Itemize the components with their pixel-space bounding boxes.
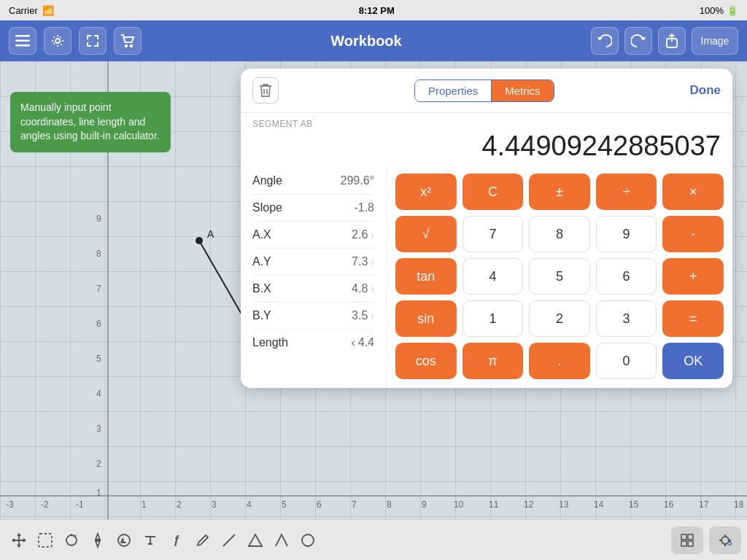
calc-sqrt[interactable]: √ bbox=[395, 216, 457, 252]
svg-rect-54 bbox=[688, 534, 693, 540]
calc-minus[interactable]: - bbox=[662, 216, 724, 252]
menu-button[interactable] bbox=[9, 27, 36, 55]
prop-row-ay[interactable]: A.Y 7.3 › bbox=[252, 249, 374, 276]
tool-circle[interactable] bbox=[295, 527, 321, 553]
svg-line-51 bbox=[223, 534, 235, 546]
svg-text:11: 11 bbox=[489, 499, 499, 510]
svg-text:A: A bbox=[207, 228, 214, 240]
snap-button[interactable] bbox=[709, 526, 741, 554]
nav-left bbox=[9, 27, 142, 55]
calc-x2[interactable]: x² bbox=[395, 174, 457, 210]
svg-text:5: 5 bbox=[282, 499, 287, 510]
svg-point-52 bbox=[302, 534, 314, 546]
tab-properties[interactable]: Properties bbox=[415, 80, 492, 101]
nav-right: Image bbox=[591, 27, 738, 55]
property-list: Angle 299.6° Slope -1.8 A.X bbox=[241, 168, 387, 388]
calc-dot[interactable]: . bbox=[529, 343, 590, 379]
tool-triangle2[interactable] bbox=[268, 527, 295, 553]
tool-line[interactable] bbox=[216, 527, 242, 553]
ax-arrow: › bbox=[371, 229, 374, 241]
redo-button[interactable] bbox=[624, 27, 652, 55]
tool-triangle[interactable] bbox=[242, 527, 268, 553]
calc-3[interactable]: 3 bbox=[596, 300, 657, 337]
prop-row-by[interactable]: B.Y 3.5 › bbox=[252, 303, 374, 330]
calc-pi[interactable]: π bbox=[462, 343, 524, 379]
calc-clear[interactable]: C bbox=[462, 174, 524, 210]
svg-rect-55 bbox=[681, 541, 686, 546]
calc-ok[interactable]: OK bbox=[662, 343, 724, 379]
svg-text:2: 2 bbox=[96, 459, 101, 469]
ax-label: A.X bbox=[252, 228, 271, 241]
calc-9[interactable]: 9 bbox=[596, 216, 657, 252]
angle-label: Angle bbox=[252, 174, 282, 187]
done-button[interactable]: Done bbox=[690, 83, 721, 98]
carrier-label: Carrier bbox=[9, 5, 38, 16]
bottom-toolbar: ƒ bbox=[0, 519, 747, 560]
calc-plus[interactable]: + bbox=[662, 258, 724, 295]
tool-text[interactable] bbox=[137, 527, 163, 553]
svg-text:-3: -3 bbox=[6, 499, 14, 510]
bx-value: 4.8 bbox=[352, 282, 368, 295]
svg-text:15: 15 bbox=[629, 499, 639, 510]
time-display: 8:12 PM bbox=[359, 5, 395, 16]
nav-bar: Workbook Image bbox=[0, 20, 747, 61]
cart-button[interactable] bbox=[114, 27, 142, 55]
svg-point-45 bbox=[196, 237, 203, 244]
calc-8[interactable]: 8 bbox=[529, 216, 590, 252]
svg-rect-53 bbox=[681, 534, 686, 540]
calc-sin[interactable]: sin bbox=[395, 300, 457, 337]
calc-7[interactable]: 7 bbox=[462, 216, 524, 252]
trash-button[interactable] bbox=[252, 77, 279, 104]
tab-metrics[interactable]: Metrics bbox=[492, 80, 553, 101]
svg-text:17: 17 bbox=[699, 499, 709, 510]
length-value-wrap: ‹ 4.4 bbox=[351, 336, 374, 349]
calc-plusminus[interactable]: ± bbox=[529, 174, 590, 210]
svg-text:5: 5 bbox=[96, 354, 101, 364]
grid-toggle-button[interactable] bbox=[671, 526, 703, 554]
tool-rotate[interactable] bbox=[58, 527, 85, 553]
svg-text:-2: -2 bbox=[41, 499, 49, 510]
calc-cos[interactable]: cos bbox=[395, 343, 457, 379]
calc-multiply[interactable]: × bbox=[662, 174, 724, 210]
svg-text:3: 3 bbox=[212, 499, 217, 510]
share-button[interactable] bbox=[658, 27, 686, 55]
svg-point-49 bbox=[97, 539, 99, 541]
svg-text:9: 9 bbox=[422, 499, 427, 510]
panel-header: Properties Metrics Done bbox=[241, 69, 732, 113]
tool-move[interactable] bbox=[6, 527, 32, 553]
svg-point-4 bbox=[125, 45, 127, 47]
prop-row-ax[interactable]: A.X 2.6 › bbox=[252, 222, 374, 249]
calc-equals[interactable]: = bbox=[662, 300, 724, 337]
svg-rect-1 bbox=[15, 40, 30, 42]
calc-5[interactable]: 5 bbox=[529, 258, 590, 295]
prop-row-bx[interactable]: B.X 4.8 › bbox=[252, 276, 374, 303]
calc-grid: x² C ± ÷ × √ 7 8 9 - tan 4 5 6 + bbox=[387, 168, 732, 388]
svg-text:9: 9 bbox=[96, 214, 101, 224]
length-label: Length bbox=[252, 336, 288, 349]
prop-row-length[interactable]: Length ‹ 4.4 bbox=[252, 330, 374, 356]
tool-select[interactable] bbox=[32, 527, 58, 553]
tool-draw[interactable] bbox=[190, 527, 216, 553]
tool-compass[interactable] bbox=[85, 527, 111, 553]
ay-value-wrap: 7.3 › bbox=[352, 255, 374, 268]
undo-button[interactable] bbox=[591, 27, 619, 55]
svg-text:4: 4 bbox=[247, 499, 252, 510]
svg-text:7: 7 bbox=[96, 284, 101, 294]
slope-label: Slope bbox=[252, 201, 282, 214]
image-button[interactable]: Image bbox=[692, 27, 738, 55]
svg-rect-2 bbox=[15, 44, 30, 47]
calc-tan[interactable]: tan bbox=[395, 258, 457, 295]
svg-point-5 bbox=[131, 45, 132, 47]
svg-text:18: 18 bbox=[734, 499, 744, 510]
calc-6[interactable]: 6 bbox=[596, 258, 657, 295]
calc-0[interactable]: 0 bbox=[596, 343, 657, 379]
calc-divide[interactable]: ÷ bbox=[596, 174, 657, 210]
fullscreen-button[interactable] bbox=[79, 27, 107, 55]
calc-1[interactable]: 1 bbox=[462, 300, 524, 337]
tool-formula[interactable]: ƒ bbox=[163, 527, 190, 553]
calc-4[interactable]: 4 bbox=[462, 258, 524, 295]
calc-2[interactable]: 2 bbox=[529, 300, 590, 337]
prop-row-angle: Angle 299.6° bbox=[252, 168, 374, 195]
tool-label[interactable] bbox=[111, 527, 137, 553]
settings-button[interactable] bbox=[44, 27, 71, 55]
